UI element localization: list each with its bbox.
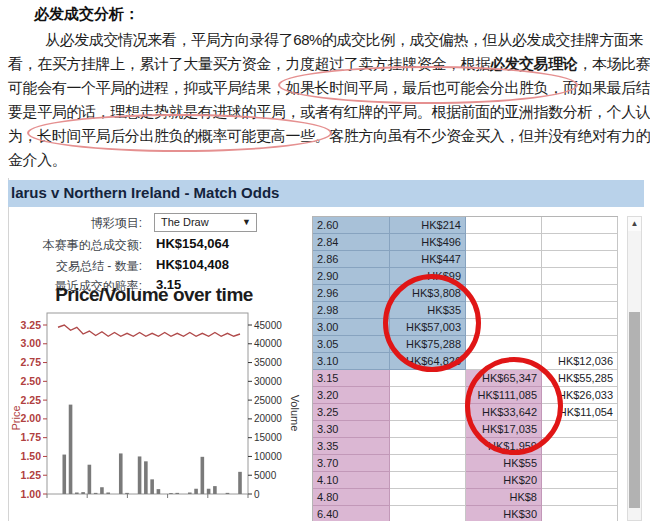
svg-text:1.00: 1.00 [21, 488, 42, 500]
match-title-bar: larus v Northern Ireland - Match Odds [8, 180, 644, 207]
odds-cell-back-amount [390, 370, 466, 387]
odds-cell-extra-amount [542, 455, 618, 472]
article-lines: 从必发成交情况来看，平局方向录得了68%的成交比例，成交偏热，但从必发成交挂牌方… [8, 28, 650, 172]
odds-cell-lay-amount: HK$30 [466, 506, 542, 521]
odds-cell-price: 2.96 [313, 285, 390, 302]
odds-cell-back-amount: HK$447 [390, 251, 466, 268]
odds-cell-back-amount: HK$496 [390, 234, 466, 251]
odds-cell-extra-amount [542, 421, 618, 438]
odds-cell-lay-amount [466, 319, 542, 336]
table-row: 2.98HK$35 [313, 302, 618, 319]
odds-cell-lay-amount: HK$8 [466, 489, 542, 506]
scrollbar-thumb[interactable] [629, 312, 640, 508]
svg-text:Volume: Volume [289, 395, 300, 432]
odds-cell-extra-amount [542, 302, 618, 319]
odds-cell-back-amount [390, 387, 466, 404]
table-scrollbar[interactable]: ▲ [627, 216, 642, 521]
chart-title: Price/Volume over time [8, 284, 300, 306]
svg-text:5000: 5000 [254, 470, 277, 481]
odds-cell-price: 2.84 [313, 234, 390, 251]
table-row: 3.70HK$55 [313, 455, 618, 472]
article-line: 要是平局的话，理想走势就是有进球的平局，或者有红牌的平局。根据前面的亚洲指数分析… [8, 100, 650, 124]
odds-cell-lay-amount: HK$20 [466, 472, 542, 489]
table-row: 2.84HK$496 [313, 234, 618, 251]
odds-cell-back-amount [390, 506, 466, 521]
odds-cell-lay-amount: HK$55 [466, 455, 542, 472]
svg-text:1.25: 1.25 [21, 469, 42, 481]
trade-summary-value: HK$104,408 [156, 257, 229, 272]
odds-cell-back-amount [390, 404, 466, 421]
svg-text:1.50: 1.50 [21, 450, 42, 462]
odds-cell-back-amount [390, 455, 466, 472]
project-label: 博彩项目: [8, 215, 142, 232]
chevron-down-icon: ▼ [242, 214, 251, 231]
odds-cell-extra-amount [542, 489, 618, 506]
table-row: 3.20HK$111,085HK$26,033 [313, 387, 618, 404]
odds-cell-extra-amount [542, 234, 618, 251]
article-line: 为，长时间平局后分出胜负的概率可能更高一些。客胜方向虽有不少资金买入，但并没有绝… [8, 124, 650, 148]
odds-cell-lay-amount: HK$65,347 [466, 370, 542, 387]
table-row: 2.96HK$3,808 [313, 285, 618, 302]
odds-cell-back-amount: HK$99 [390, 268, 466, 285]
odds-cell-price: 2.98 [313, 302, 390, 319]
svg-text:1.75: 1.75 [21, 431, 42, 443]
svg-text:25000: 25000 [254, 395, 282, 406]
odds-cell-lay-amount [466, 302, 542, 319]
match-title: larus v Northern Ireland - Match Odds [11, 184, 279, 201]
svg-text:15000: 15000 [254, 432, 282, 443]
table-row: 3.10HK$64,826HK$12,036 [313, 353, 618, 370]
odds-cell-lay-amount [466, 268, 542, 285]
odds-cell-lay-amount: HK$17,035 [466, 421, 542, 438]
odds-cell-price: 2.86 [313, 251, 390, 268]
odds-cell-extra-amount: HK$12,036 [542, 353, 618, 370]
table-row: 2.90HK$99 [313, 268, 618, 285]
total-matched-label: 本赛事的总成交额: [8, 237, 142, 254]
svg-text:2.75: 2.75 [21, 356, 42, 368]
odds-cell-price: 3.25 [313, 404, 390, 421]
odds-cell-lay-amount: HK$111,085 [466, 387, 542, 404]
odds-cell-price: 2.60 [313, 217, 390, 234]
price-volume-chart: 3.253.002.752.502.252.001.751.501.251.00… [8, 308, 300, 521]
table-row: 3.35HK$1,959 [313, 438, 618, 455]
odds-cell-price: 3.00 [313, 319, 390, 336]
svg-text:3.00: 3.00 [21, 337, 42, 349]
odds-cell-price: 3.10 [313, 353, 390, 370]
odds-cell-back-amount [390, 421, 466, 438]
table-row: 4.10HK$20 [313, 472, 618, 489]
svg-text:45000: 45000 [254, 320, 282, 331]
info-row-trade-summary: 交易总结 - 数量: HK$104,408 [8, 256, 308, 276]
scrollbar-up-icon[interactable]: ▲ [628, 217, 641, 231]
table-row: 3.30HK$17,035 [313, 421, 618, 438]
odds-cell-price: 3.15 [313, 370, 390, 387]
odds-cell-price: 3.20 [313, 387, 390, 404]
odds-cell-price: 3.30 [313, 421, 390, 438]
odds-cell-extra-amount [542, 285, 618, 302]
table-row: 2.60HK$214 [313, 217, 618, 234]
article-line: 金介入。 [8, 148, 650, 172]
odds-cell-price: 4.80 [313, 489, 390, 506]
odds-cell-lay-amount [466, 285, 542, 302]
market-select[interactable]: The Draw ▼ [154, 213, 257, 232]
table-row: 3.00HK$57,003 [313, 319, 618, 336]
odds-cell-lay-amount [466, 234, 542, 251]
table-row: 6.40HK$30 [313, 506, 618, 521]
odds-cell-back-amount: HK$35 [390, 302, 466, 319]
odds-cell-price: 3.70 [313, 455, 390, 472]
odds-cell-back-amount: HK$214 [390, 217, 466, 234]
odds-cell-extra-amount [542, 319, 618, 336]
odds-cell-back-amount: HK$57,003 [390, 319, 466, 336]
odds-cell-lay-amount: HK$1,959 [466, 438, 542, 455]
odds-cell-extra-amount [542, 336, 618, 353]
table-row: 2.86HK$447 [313, 251, 618, 268]
odds-cell-extra-amount [542, 251, 618, 268]
odds-cell-extra-amount [542, 438, 618, 455]
info-row-total-matched: 本赛事的总成交额: HK$154,064 [8, 235, 308, 255]
odds-cell-back-amount: HK$64,826 [390, 353, 466, 370]
odds-cell-price: 3.35 [313, 438, 390, 455]
svg-text:10000: 10000 [254, 451, 282, 462]
odds-cell-lay-amount: HK$33,642 [466, 404, 542, 421]
odds-ladder-table: 2.60HK$2142.84HK$4962.86HK$4472.90HK$992… [312, 216, 618, 521]
total-matched-value: HK$154,064 [156, 236, 229, 251]
odds-cell-back-amount [390, 438, 466, 455]
odds-cell-price: 2.90 [313, 268, 390, 285]
